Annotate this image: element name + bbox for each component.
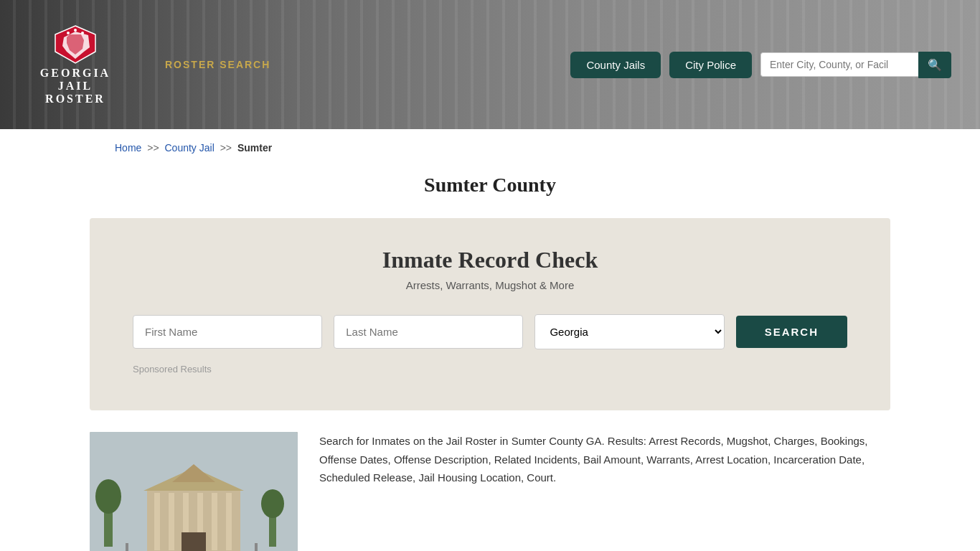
breadcrumb-home[interactable]: Home <box>115 142 141 154</box>
county-jails-button[interactable]: County Jails <box>570 52 661 78</box>
state-select[interactable]: Georgia Alabama Alaska Arizona Arkansas … <box>534 314 724 349</box>
inmate-section-title: Inmate Record Check <box>133 247 847 273</box>
svg-rect-17 <box>226 493 232 550</box>
header-right: County Jails City Police 🔍 <box>570 52 951 78</box>
breadcrumb-sep-1: >> <box>147 142 159 154</box>
inmate-record-section: Inmate Record Check Arrests, Warrants, M… <box>90 218 890 410</box>
site-logo[interactable]: GEORGIA JAIL ROSTER <box>29 24 122 105</box>
site-header: GEORGIA JAIL ROSTER ROSTER SEARCH County… <box>0 0 980 129</box>
logo-roster: ROSTER <box>45 93 105 105</box>
svg-point-4 <box>81 32 84 34</box>
svg-rect-19 <box>182 532 206 551</box>
first-name-input[interactable] <box>133 315 322 349</box>
search-icon: 🔍 <box>928 58 942 72</box>
svg-point-5 <box>74 29 77 32</box>
inmate-search-button[interactable]: SEARCH <box>736 316 847 348</box>
svg-rect-16 <box>212 493 217 550</box>
bottom-description: Search for Inmates on the Jail Roster in… <box>319 432 890 487</box>
courthouse-image <box>90 432 298 551</box>
svg-point-3 <box>67 32 70 34</box>
svg-rect-12 <box>154 493 160 550</box>
svg-point-10 <box>261 489 284 518</box>
svg-rect-21 <box>126 543 128 551</box>
breadcrumb-county-jail[interactable]: County Jail <box>165 142 215 154</box>
header-search-button[interactable]: 🔍 <box>918 52 951 78</box>
logo-georgia: GEORGIA <box>40 67 110 80</box>
svg-rect-22 <box>255 543 258 551</box>
bottom-content: Search for Inmates on the Jail Roster in… <box>0 410 980 551</box>
inmate-section-subtitle: Arrests, Warrants, Mugshot & More <box>133 279 847 291</box>
header-search-bar: 🔍 <box>760 52 951 78</box>
georgia-seal-icon <box>54 24 97 64</box>
breadcrumb-current: Sumter <box>237 142 272 154</box>
logo-jail: JAIL <box>58 80 93 93</box>
breadcrumb-sep-2: >> <box>220 142 232 154</box>
inmate-form-row: Georgia Alabama Alaska Arizona Arkansas … <box>133 314 847 349</box>
header-search-input[interactable] <box>760 52 918 77</box>
page-title: Sumter County <box>0 174 980 197</box>
city-police-button[interactable]: City Police <box>669 52 752 78</box>
svg-rect-13 <box>169 493 174 550</box>
breadcrumb: Home >> County Jail >> Sumter <box>0 129 980 166</box>
page-title-area: Sumter County <box>0 166 980 218</box>
sponsored-label: Sponsored Results <box>133 364 847 375</box>
nav-roster-search[interactable]: ROSTER SEARCH <box>165 59 270 70</box>
svg-point-8 <box>95 479 121 514</box>
last-name-input[interactable] <box>334 315 523 349</box>
